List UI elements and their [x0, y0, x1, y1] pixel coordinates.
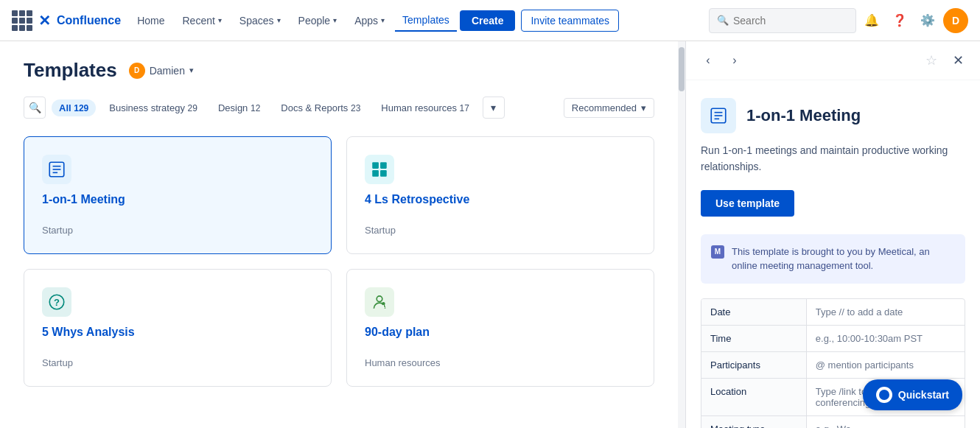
- detail-icon-row: 1-on-1 Meeting: [701, 98, 965, 133]
- user-chevron-icon: ▾: [189, 66, 194, 75]
- template-name: 4 Ls Retrospective: [365, 193, 636, 206]
- help-button[interactable]: ❓: [887, 8, 912, 33]
- table-label: Time: [701, 326, 807, 351]
- template-card-4ls[interactable]: 4 Ls Retrospective Startup: [346, 136, 654, 254]
- recent-chevron-icon: ▾: [218, 16, 222, 24]
- template-name: 1-on-1 Meeting: [42, 193, 313, 206]
- filter-docs-reports[interactable]: Docs & Reports 23: [273, 99, 368, 116]
- table-value: @ mention participants: [807, 352, 965, 378]
- table-label: Location: [701, 379, 807, 415]
- detail-panel-header: ‹ › ☆ ✕: [686, 41, 980, 80]
- detail-template-icon: [701, 98, 736, 133]
- table-label: Participants: [701, 352, 807, 378]
- template-name: 5 Whys Analysis: [42, 326, 313, 339]
- search-icon: 🔍: [717, 15, 729, 26]
- template-card-90day[interactable]: 90-day plan Human resources: [346, 269, 654, 387]
- template-category: Startup: [42, 225, 313, 236]
- table-value: e.g., 10:00-10:30am PST: [807, 326, 965, 351]
- nav-recent[interactable]: Recent ▾: [175, 10, 228, 31]
- user-avatar-small: D: [129, 63, 145, 79]
- template-icon: [365, 287, 394, 317]
- star-button[interactable]: ☆: [921, 50, 942, 71]
- nav-prev-button[interactable]: ‹: [698, 50, 718, 71]
- filter-bar: 🔍 All 129 Business strategy 29 Design 12…: [24, 97, 654, 119]
- spaces-chevron-icon: ▾: [277, 16, 281, 24]
- template-category: Human resources: [365, 357, 636, 368]
- table-row: Participants @ mention participants: [701, 352, 965, 379]
- nav-people[interactable]: People ▾: [291, 10, 345, 31]
- template-icon: [365, 155, 394, 184]
- template-card-1on1[interactable]: 1-on-1 Meeting Startup: [24, 136, 332, 254]
- user-name-label: Damien: [150, 65, 185, 77]
- nav-next-button[interactable]: ›: [724, 50, 745, 71]
- quickstart-button[interactable]: Quickstart: [863, 379, 962, 410]
- nav-apps[interactable]: Apps ▾: [347, 10, 392, 31]
- svg-rect-7: [380, 170, 387, 177]
- template-name: 90-day plan: [365, 326, 636, 339]
- table-label: Meeting type: [701, 416, 807, 428]
- quickstart-label: Quickstart: [898, 389, 949, 401]
- template-icon: ?: [42, 287, 71, 317]
- detail-actions: ☆ ✕: [921, 50, 968, 71]
- table-label: Date: [701, 299, 807, 325]
- use-template-button[interactable]: Use template: [701, 190, 794, 217]
- template-card-5whys[interactable]: ? 5 Whys Analysis Startup: [24, 269, 332, 387]
- filter-design[interactable]: Design 12: [211, 99, 267, 116]
- table-value: e.g., We...: [807, 416, 965, 428]
- apps-chevron-icon: ▾: [381, 16, 385, 24]
- logo-icon: ✕: [38, 12, 51, 29]
- people-chevron-icon: ▾: [333, 16, 337, 24]
- filter-search-button[interactable]: 🔍: [24, 97, 46, 119]
- invite-button[interactable]: Invite teammates: [521, 10, 619, 32]
- svg-rect-4: [372, 162, 379, 169]
- table-value: Type // to add a date: [807, 299, 965, 325]
- create-button[interactable]: Create: [460, 10, 516, 31]
- app-grid-icon[interactable]: [12, 10, 32, 31]
- search-bar[interactable]: 🔍: [709, 8, 856, 33]
- filter-more-button[interactable]: ▾: [483, 97, 505, 119]
- svg-rect-6: [372, 170, 379, 177]
- template-category: Startup: [42, 357, 313, 368]
- filter-recommended[interactable]: Recommended ▾: [564, 98, 654, 118]
- search-input[interactable]: [733, 15, 836, 27]
- detail-body: 1-on-1 Meeting Run 1-on-1 meetings and m…: [686, 80, 980, 428]
- logo[interactable]: ✕ Confluence: [38, 12, 121, 29]
- svg-point-11: [382, 302, 385, 305]
- template-grid: 1-on-1 Meeting Startup 4 Ls Retrospectiv…: [24, 136, 654, 387]
- scroll-indicator: [678, 41, 685, 428]
- nav-templates[interactable]: Templates: [395, 10, 457, 32]
- main-layout: Templates D Damien ▾ 🔍 All 129 Business …: [0, 41, 980, 428]
- promo-text: This template is brought to you by Meeti…: [732, 245, 955, 273]
- navbar: ✕ Confluence Home Recent ▾ Spaces ▾ Peop…: [0, 0, 980, 41]
- template-category: Startup: [365, 225, 636, 236]
- quickstart-circle-icon: [876, 387, 892, 403]
- scroll-thumb: [679, 47, 685, 91]
- close-button[interactable]: ✕: [948, 50, 968, 71]
- table-row: Time e.g., 10:00-10:30am PST: [701, 326, 965, 352]
- template-icon: [42, 155, 71, 184]
- filter-business-strategy[interactable]: Business strategy 29: [102, 99, 205, 116]
- page-title: Templates: [24, 59, 117, 82]
- detail-description: Run 1-on-1 meetings and maintain product…: [701, 142, 965, 175]
- svg-text:?: ?: [54, 297, 60, 308]
- settings-button[interactable]: ⚙️: [915, 8, 940, 33]
- promo-icon: M: [711, 245, 724, 259]
- svg-rect-5: [380, 162, 387, 169]
- nav-home[interactable]: Home: [130, 10, 172, 31]
- promo-box: M This template is brought to you by Mee…: [701, 234, 965, 284]
- user-avatar[interactable]: D: [943, 8, 968, 33]
- table-row: Date Type // to add a date: [701, 299, 965, 326]
- detail-title: 1-on-1 Meeting: [746, 106, 861, 125]
- nav-arrows: ‹ ›: [698, 50, 745, 71]
- table-row: Meeting type e.g., We...: [701, 416, 965, 428]
- filter-human-resources[interactable]: Human resources 17: [374, 99, 477, 116]
- filter-all[interactable]: All 129: [52, 99, 96, 116]
- svg-point-10: [377, 296, 382, 302]
- logo-text: Confluence: [57, 14, 121, 27]
- recommended-chevron-icon: ▾: [641, 102, 646, 113]
- templates-panel: Templates D Damien ▾ 🔍 All 129 Business …: [0, 41, 678, 428]
- user-selector[interactable]: D Damien ▾: [129, 63, 194, 79]
- templates-header: Templates D Damien ▾: [24, 59, 654, 82]
- nav-spaces[interactable]: Spaces ▾: [232, 10, 288, 31]
- notifications-button[interactable]: 🔔: [859, 8, 884, 33]
